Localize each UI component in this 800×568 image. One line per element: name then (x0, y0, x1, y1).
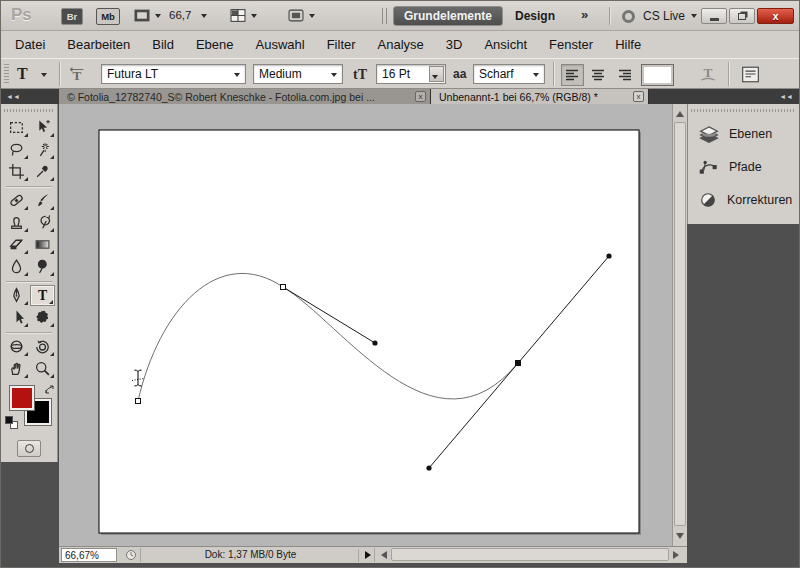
anti-alias-select[interactable]: Scharf (473, 64, 545, 84)
toggle-panels-icon[interactable] (741, 65, 760, 84)
workspace-overflow-button[interactable]: » (581, 7, 588, 22)
status-zoom-field[interactable]: 66,67% (61, 548, 117, 562)
eyedropper-tool[interactable] (30, 161, 55, 182)
tool-preset-dropdown-icon[interactable] (41, 73, 47, 77)
view-extras-dropdown-icon[interactable] (155, 14, 161, 18)
menu-item-hilfe[interactable]: Hilfe (604, 33, 652, 56)
svg-text:T: T (73, 69, 82, 84)
bridge-button[interactable]: Br (61, 8, 83, 25)
rect-marquee-tool[interactable] (4, 117, 29, 138)
healing-brush-tool[interactable] (4, 190, 29, 211)
status-menu-button[interactable] (361, 548, 375, 562)
font-family-select[interactable]: Futura LT (101, 64, 246, 84)
screen-mode-dropdown-icon[interactable] (309, 14, 315, 18)
scroll-left-icon[interactable] (381, 551, 387, 559)
align-left-button[interactable] (561, 64, 584, 86)
menu-item-datei[interactable]: Datei (4, 33, 56, 56)
workspace-button-grundelemente[interactable]: Grundelemente (393, 6, 503, 26)
clone-stamp-tool[interactable] (4, 212, 29, 233)
blur-tool[interactable] (4, 256, 29, 277)
menu-item-analyse[interactable]: Analyse (367, 33, 435, 56)
screen-mode-icon[interactable] (287, 8, 305, 23)
zoom-level-field[interactable]: 66,7 (169, 9, 191, 21)
menu-item-ansicht[interactable]: Ansicht (473, 33, 538, 56)
cs-live-dropdown-icon[interactable] (691, 14, 697, 18)
orbit-3d-tool[interactable] (30, 336, 55, 357)
default-colors-icon[interactable] (5, 416, 19, 430)
gradient-tool[interactable] (30, 234, 55, 255)
pen-tool[interactable] (4, 285, 29, 306)
zoom-tool[interactable] (30, 358, 55, 379)
menu-item-filter[interactable]: Filter (316, 33, 367, 56)
brush-tool[interactable] (30, 190, 55, 211)
direction-handle-point[interactable] (606, 253, 611, 258)
dodge-tool[interactable] (30, 256, 55, 277)
swap-colors-icon[interactable] (44, 384, 55, 395)
menu-item-fenster[interactable]: Fenster (538, 33, 604, 56)
foreground-color-swatch[interactable] (10, 386, 34, 410)
vertical-scrollbar[interactable] (672, 104, 687, 546)
selected-anchor-point[interactable] (515, 360, 521, 366)
menu-item-3d[interactable]: 3D (435, 33, 474, 56)
close-button[interactable]: x (757, 8, 794, 24)
workspace-grip (382, 8, 387, 24)
custom-shape-tool[interactable] (30, 307, 55, 328)
tab-close-icon[interactable]: x (415, 91, 426, 102)
hand-tool[interactable] (4, 358, 29, 379)
direction-handle-point[interactable] (426, 465, 431, 470)
direction-handle-point[interactable] (372, 340, 377, 345)
warp-text-icon[interactable]: T (698, 65, 718, 84)
tab-close-icon[interactable]: x (633, 91, 644, 102)
document-tab-2[interactable]: Unbenannt-1 bei 66,7% (RGB/8) *x (431, 89, 649, 104)
path-selection-tool[interactable] (4, 307, 29, 328)
arrange-documents-icon[interactable] (229, 8, 247, 23)
horizontal-scroll-thumb[interactable] (391, 548, 669, 561)
minimize-button[interactable] (701, 8, 727, 24)
anchor-point[interactable] (281, 285, 286, 290)
document-tab-1[interactable]: © Fotolia_12782740_S© Robert Kneschke - … (59, 89, 431, 104)
status-doc-info: Dok: 1,37 MB/0 Byte (143, 549, 359, 562)
scroll-down-icon[interactable] (676, 533, 684, 539)
horizontal-scrollbar[interactable] (377, 547, 687, 564)
font-size-select[interactable]: 16 Pt (376, 64, 446, 84)
menu-item-auswahl[interactable]: Auswahl (245, 33, 316, 56)
scroll-up-icon[interactable] (676, 111, 684, 117)
history-brush-tool[interactable] (30, 212, 55, 233)
cs-live-button[interactable]: CS Live (643, 9, 685, 23)
align-right-button[interactable] (613, 64, 636, 86)
rotate-3d-tool[interactable] (4, 336, 29, 357)
restore-button[interactable] (729, 8, 755, 24)
tool-preset-icon[interactable]: T (17, 65, 28, 83)
anchor-point[interactable] (136, 399, 141, 404)
mini-bridge-button[interactable]: Mb (96, 8, 120, 25)
document-page[interactable] (99, 130, 639, 533)
move-icon (34, 119, 51, 136)
font-style-select[interactable]: Medium (253, 64, 343, 84)
type-tool[interactable]: T (30, 285, 55, 306)
align-center-button[interactable] (587, 64, 610, 86)
panel-tab-pfade[interactable]: Pfade (688, 150, 799, 183)
menu-item-ebene[interactable]: Ebene (185, 33, 245, 56)
lasso-tool[interactable] (4, 139, 29, 160)
arrange-documents-dropdown-icon[interactable] (251, 14, 257, 18)
text-color-swatch[interactable] (641, 64, 674, 86)
zoom-dropdown-icon[interactable] (201, 14, 207, 18)
menu-item-bearbeiten[interactable]: Bearbeiten (56, 33, 141, 56)
workspace-button-design[interactable]: Design (515, 9, 555, 23)
view-extras-icon[interactable] (133, 8, 151, 23)
vertical-scroll-thumb[interactable] (674, 122, 686, 526)
panel-tab-ebenen[interactable]: Ebenen (688, 117, 799, 150)
move-tool[interactable] (30, 117, 55, 138)
crop-tool[interactable] (4, 161, 29, 182)
menu-item-bild[interactable]: Bild (141, 33, 185, 56)
quick-mask-button[interactable] (17, 440, 41, 457)
scroll-right-icon[interactable] (673, 551, 679, 559)
lasso-icon (8, 141, 25, 158)
text-orientation-icon[interactable]: T (67, 66, 89, 84)
canvas-area[interactable] (59, 104, 672, 546)
eraser-tool[interactable] (4, 234, 29, 255)
magic-wand-tool[interactable] (30, 139, 55, 160)
toolbar-collapse-button[interactable]: ◄◄ (1, 89, 59, 104)
panel-tab-korrekturen[interactable]: Korrekturen (688, 183, 799, 216)
dock-collapse-button[interactable]: ◄◄ (687, 89, 799, 104)
